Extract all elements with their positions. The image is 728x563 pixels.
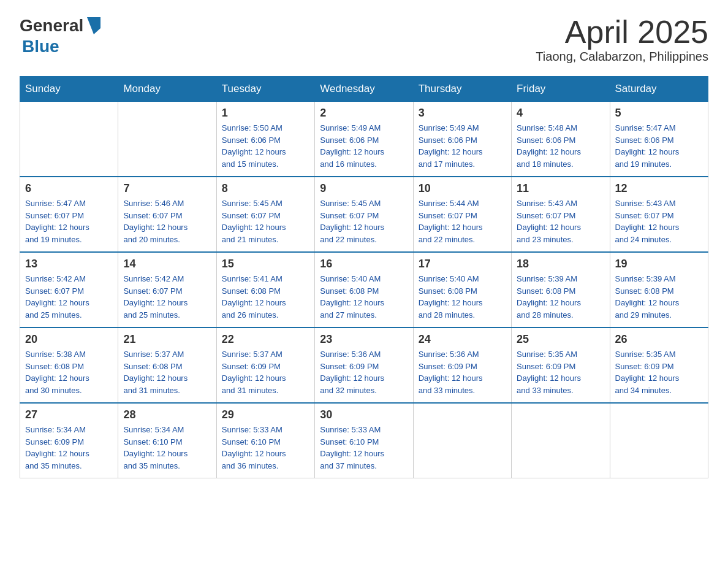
day-number: 24 <box>419 333 506 346</box>
day-info: Sunrise: 5:44 AM Sunset: 6:07 PM Dayligh… <box>419 197 506 245</box>
day-number: 27 <box>25 408 113 421</box>
day-info: Sunrise: 5:37 AM Sunset: 6:09 PM Dayligh… <box>222 348 309 396</box>
day-number: 7 <box>123 182 211 195</box>
day-number: 21 <box>123 333 211 346</box>
day-number: 30 <box>320 408 408 421</box>
day-number: 28 <box>123 408 211 421</box>
day-info: Sunrise: 5:46 AM Sunset: 6:07 PM Dayligh… <box>123 197 211 245</box>
day-info: Sunrise: 5:36 AM Sunset: 6:09 PM Dayligh… <box>320 348 408 396</box>
calendar-cell: 28Sunrise: 5:34 AM Sunset: 6:10 PM Dayli… <box>118 403 216 478</box>
day-number: 8 <box>222 182 309 195</box>
calendar-cell: 29Sunrise: 5:33 AM Sunset: 6:10 PM Dayli… <box>216 403 314 478</box>
calendar-cell: 2Sunrise: 5:49 AM Sunset: 6:06 PM Daylig… <box>315 102 413 177</box>
calendar-week-row: 6Sunrise: 5:47 AM Sunset: 6:07 PM Daylig… <box>20 177 708 252</box>
logo-blue-text: Blue <box>22 37 59 56</box>
day-number: 22 <box>222 333 309 346</box>
day-info: Sunrise: 5:42 AM Sunset: 6:07 PM Dayligh… <box>123 273 211 321</box>
day-info: Sunrise: 5:34 AM Sunset: 6:10 PM Dayligh… <box>123 424 211 472</box>
day-number: 16 <box>320 258 408 270</box>
day-info: Sunrise: 5:40 AM Sunset: 6:08 PM Dayligh… <box>320 273 408 321</box>
calendar-cell: 24Sunrise: 5:36 AM Sunset: 6:09 PM Dayli… <box>413 327 511 403</box>
day-number: 23 <box>320 333 408 346</box>
day-number: 9 <box>320 182 408 195</box>
calendar-cell: 15Sunrise: 5:41 AM Sunset: 6:08 PM Dayli… <box>216 252 314 327</box>
day-info: Sunrise: 5:37 AM Sunset: 6:08 PM Dayligh… <box>123 348 211 396</box>
logo-general-text: General <box>20 17 83 34</box>
day-number: 29 <box>222 408 309 421</box>
calendar-week-row: 27Sunrise: 5:34 AM Sunset: 6:09 PM Dayli… <box>20 403 708 478</box>
day-info: Sunrise: 5:49 AM Sunset: 6:06 PM Dayligh… <box>320 122 408 170</box>
calendar-day-header: Sunday <box>20 77 118 102</box>
day-info: Sunrise: 5:33 AM Sunset: 6:10 PM Dayligh… <box>222 424 309 472</box>
calendar-cell: 18Sunrise: 5:39 AM Sunset: 6:08 PM Dayli… <box>512 252 610 327</box>
calendar-cell: 25Sunrise: 5:35 AM Sunset: 6:09 PM Dayli… <box>512 327 610 403</box>
day-info: Sunrise: 5:47 AM Sunset: 6:06 PM Dayligh… <box>615 122 703 170</box>
day-info: Sunrise: 5:39 AM Sunset: 6:08 PM Dayligh… <box>517 273 604 321</box>
calendar-day-header: Tuesday <box>216 77 314 102</box>
calendar-cell: 5Sunrise: 5:47 AM Sunset: 6:06 PM Daylig… <box>610 102 708 177</box>
calendar-cell: 3Sunrise: 5:49 AM Sunset: 6:06 PM Daylig… <box>413 102 511 177</box>
day-info: Sunrise: 5:41 AM Sunset: 6:08 PM Dayligh… <box>222 273 309 321</box>
calendar-day-header: Wednesday <box>315 77 413 102</box>
calendar-header-row: SundayMondayTuesdayWednesdayThursdayFrid… <box>20 77 708 102</box>
day-number: 25 <box>517 333 604 346</box>
day-info: Sunrise: 5:47 AM Sunset: 6:07 PM Dayligh… <box>25 197 113 245</box>
calendar-cell: 1Sunrise: 5:50 AM Sunset: 6:06 PM Daylig… <box>216 102 314 177</box>
day-number: 1 <box>222 107 309 120</box>
day-info: Sunrise: 5:35 AM Sunset: 6:09 PM Dayligh… <box>615 348 703 396</box>
day-number: 12 <box>615 182 703 195</box>
calendar-cell: 23Sunrise: 5:36 AM Sunset: 6:09 PM Dayli… <box>315 327 413 403</box>
day-info: Sunrise: 5:43 AM Sunset: 6:07 PM Dayligh… <box>615 197 703 245</box>
calendar-cell: 14Sunrise: 5:42 AM Sunset: 6:07 PM Dayli… <box>118 252 216 327</box>
calendar-cell: 26Sunrise: 5:35 AM Sunset: 6:09 PM Dayli… <box>610 327 708 403</box>
day-info: Sunrise: 5:36 AM Sunset: 6:09 PM Dayligh… <box>419 348 506 396</box>
day-info: Sunrise: 5:49 AM Sunset: 6:06 PM Dayligh… <box>419 122 506 170</box>
day-number: 13 <box>25 258 113 270</box>
day-number: 14 <box>123 258 211 270</box>
calendar-cell: 9Sunrise: 5:45 AM Sunset: 6:07 PM Daylig… <box>315 177 413 252</box>
calendar-cell <box>512 403 610 478</box>
day-info: Sunrise: 5:33 AM Sunset: 6:10 PM Dayligh… <box>320 424 408 472</box>
calendar-day-header: Friday <box>512 77 610 102</box>
calendar-cell: 13Sunrise: 5:42 AM Sunset: 6:07 PM Dayli… <box>20 252 118 327</box>
calendar-cell <box>118 102 216 177</box>
day-info: Sunrise: 5:43 AM Sunset: 6:07 PM Dayligh… <box>517 197 604 245</box>
title-block: April 2025 Tiaong, Calabarzon, Philippin… <box>536 15 708 64</box>
calendar-cell <box>413 403 511 478</box>
day-info: Sunrise: 5:50 AM Sunset: 6:06 PM Dayligh… <box>222 122 309 170</box>
day-number: 19 <box>615 258 703 270</box>
calendar-cell: 4Sunrise: 5:48 AM Sunset: 6:06 PM Daylig… <box>512 102 610 177</box>
calendar-week-row: 13Sunrise: 5:42 AM Sunset: 6:07 PM Dayli… <box>20 252 708 327</box>
day-number: 5 <box>615 107 703 120</box>
page-header: General Blue April 2025 Tiaong, Calabarz… <box>20 15 708 64</box>
calendar-cell: 11Sunrise: 5:43 AM Sunset: 6:07 PM Dayli… <box>512 177 610 252</box>
day-number: 26 <box>615 333 703 346</box>
svg-marker-0 <box>87 17 100 34</box>
day-info: Sunrise: 5:34 AM Sunset: 6:09 PM Dayligh… <box>25 424 113 472</box>
day-info: Sunrise: 5:35 AM Sunset: 6:09 PM Dayligh… <box>517 348 604 396</box>
day-number: 15 <box>222 258 309 270</box>
calendar-cell: 27Sunrise: 5:34 AM Sunset: 6:09 PM Dayli… <box>20 403 118 478</box>
day-number: 4 <box>517 107 604 120</box>
calendar-cell: 10Sunrise: 5:44 AM Sunset: 6:07 PM Dayli… <box>413 177 511 252</box>
day-number: 18 <box>517 258 604 270</box>
calendar-day-header: Saturday <box>610 77 708 102</box>
day-number: 3 <box>419 107 506 120</box>
day-number: 17 <box>419 258 506 270</box>
day-info: Sunrise: 5:45 AM Sunset: 6:07 PM Dayligh… <box>222 197 309 245</box>
calendar-week-row: 1Sunrise: 5:50 AM Sunset: 6:06 PM Daylig… <box>20 102 708 177</box>
day-number: 10 <box>419 182 506 195</box>
calendar-cell: 30Sunrise: 5:33 AM Sunset: 6:10 PM Dayli… <box>315 403 413 478</box>
calendar-table: SundayMondayTuesdayWednesdayThursdayFrid… <box>20 76 708 478</box>
calendar-cell: 8Sunrise: 5:45 AM Sunset: 6:07 PM Daylig… <box>216 177 314 252</box>
calendar-cell <box>610 403 708 478</box>
calendar-cell: 7Sunrise: 5:46 AM Sunset: 6:07 PM Daylig… <box>118 177 216 252</box>
calendar-cell: 16Sunrise: 5:40 AM Sunset: 6:08 PM Dayli… <box>315 252 413 327</box>
calendar-day-header: Monday <box>118 77 216 102</box>
calendar-cell <box>20 102 118 177</box>
day-number: 11 <box>517 182 604 195</box>
calendar-cell: 6Sunrise: 5:47 AM Sunset: 6:07 PM Daylig… <box>20 177 118 252</box>
day-number: 2 <box>320 107 408 120</box>
calendar-day-header: Thursday <box>413 77 511 102</box>
calendar-cell: 21Sunrise: 5:37 AM Sunset: 6:08 PM Dayli… <box>118 327 216 403</box>
